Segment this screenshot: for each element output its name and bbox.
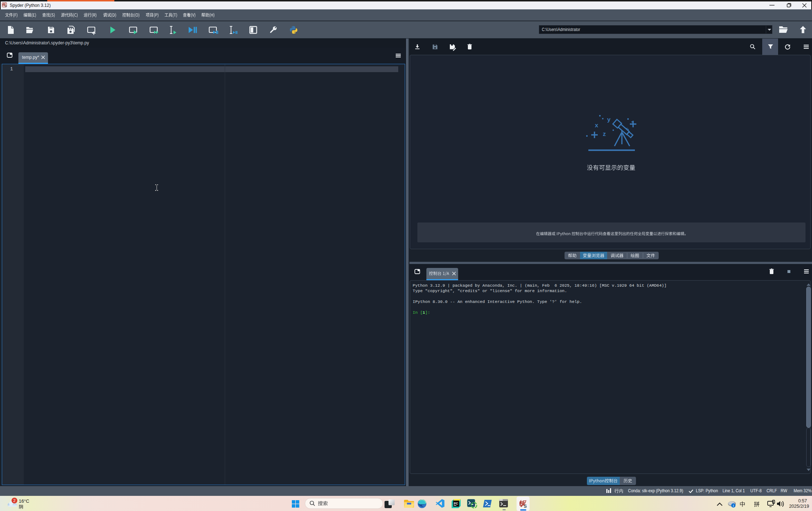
svg-text:z: z [603,131,606,137]
svg-text:y: y [607,116,611,123]
svg-text:S: S [524,504,527,509]
svg-text:PC: PC [454,502,458,505]
svg-text:2: 2 [13,498,16,503]
svg-text:S: S [5,4,7,8]
svg-text:x: x [595,122,598,129]
